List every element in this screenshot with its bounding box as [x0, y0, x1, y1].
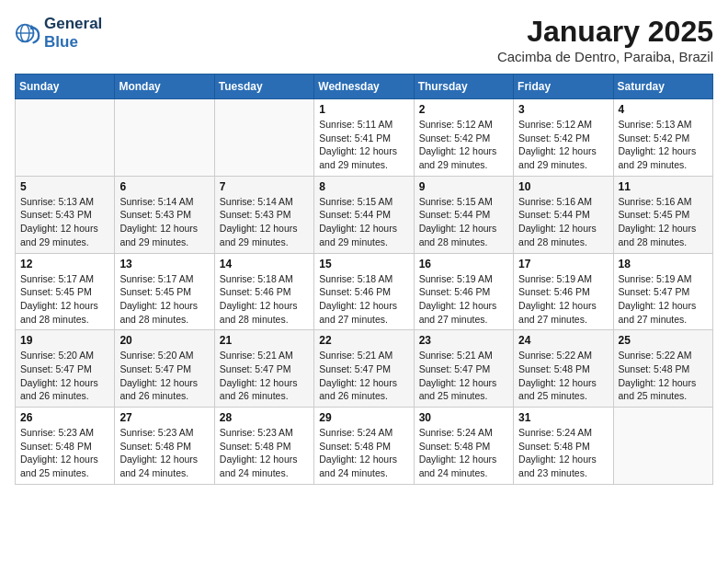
day-number: 8: [319, 180, 408, 193]
calendar-cell: 17Sunrise: 5:19 AM Sunset: 5:46 PM Dayli…: [514, 253, 613, 330]
day-info: Sunrise: 5:19 AM Sunset: 5:46 PM Dayligh…: [419, 272, 508, 327]
calendar-cell: 13Sunrise: 5:17 AM Sunset: 5:45 PM Dayli…: [115, 253, 214, 330]
day-number: 26: [20, 411, 109, 424]
day-number: 28: [220, 411, 309, 424]
location: Cacimba de Dentro, Paraiba, Brazil: [497, 49, 713, 64]
day-info: Sunrise: 5:22 AM Sunset: 5:48 PM Dayligh…: [518, 349, 608, 403]
weekday-header: Saturday: [613, 75, 712, 99]
weekday-header: Wednesday: [314, 75, 414, 99]
day-number: 5: [20, 180, 109, 193]
calendar-cell: 9Sunrise: 5:15 AM Sunset: 5:44 PM Daylig…: [414, 176, 513, 253]
day-info: Sunrise: 5:13 AM Sunset: 5:43 PM Dayligh…: [20, 195, 109, 249]
day-number: 7: [220, 180, 309, 193]
month-title: January 2025: [497, 15, 713, 49]
day-number: 15: [319, 258, 408, 270]
day-number: 21: [220, 334, 309, 347]
day-number: 31: [518, 411, 608, 424]
calendar-cell: 5Sunrise: 5:13 AM Sunset: 5:43 PM Daylig…: [16, 176, 115, 253]
calendar-cell: [16, 99, 115, 177]
day-info: Sunrise: 5:19 AM Sunset: 5:46 PM Dayligh…: [518, 272, 608, 327]
day-number: 2: [419, 103, 508, 116]
day-number: 1: [319, 103, 408, 116]
day-info: Sunrise: 5:18 AM Sunset: 5:46 PM Dayligh…: [220, 272, 309, 327]
day-number: 14: [220, 258, 309, 270]
weekday-header: Tuesday: [214, 75, 313, 99]
day-info: Sunrise: 5:20 AM Sunset: 5:47 PM Dayligh…: [119, 349, 209, 403]
calendar-cell: 16Sunrise: 5:19 AM Sunset: 5:46 PM Dayli…: [414, 253, 513, 330]
day-info: Sunrise: 5:23 AM Sunset: 5:48 PM Dayligh…: [220, 426, 309, 480]
day-number: 22: [319, 334, 408, 347]
day-info: Sunrise: 5:23 AM Sunset: 5:48 PM Dayligh…: [119, 426, 209, 480]
calendar-cell: 8Sunrise: 5:15 AM Sunset: 5:44 PM Daylig…: [314, 176, 414, 253]
day-number: 20: [119, 334, 209, 347]
day-info: Sunrise: 5:19 AM Sunset: 5:47 PM Dayligh…: [619, 272, 708, 327]
day-info: Sunrise: 5:11 AM Sunset: 5:41 PM Dayligh…: [319, 118, 408, 172]
day-info: Sunrise: 5:18 AM Sunset: 5:46 PM Dayligh…: [319, 272, 408, 327]
day-number: 4: [619, 103, 708, 116]
logo-line2: Blue: [44, 33, 102, 52]
calendar-cell: 1Sunrise: 5:11 AM Sunset: 5:41 PM Daylig…: [314, 99, 414, 177]
calendar-cell: 4Sunrise: 5:13 AM Sunset: 5:42 PM Daylig…: [613, 99, 712, 177]
day-info: Sunrise: 5:17 AM Sunset: 5:45 PM Dayligh…: [119, 272, 209, 327]
day-info: Sunrise: 5:15 AM Sunset: 5:44 PM Dayligh…: [319, 195, 408, 249]
day-number: 23: [419, 334, 508, 347]
day-info: Sunrise: 5:22 AM Sunset: 5:48 PM Dayligh…: [619, 349, 708, 403]
day-number: 27: [119, 411, 209, 424]
calendar-cell: 12Sunrise: 5:17 AM Sunset: 5:45 PM Dayli…: [16, 253, 115, 330]
calendar-cell: 3Sunrise: 5:12 AM Sunset: 5:42 PM Daylig…: [514, 99, 613, 177]
logo-icon: [15, 20, 40, 46]
calendar-cell: 15Sunrise: 5:18 AM Sunset: 5:46 PM Dayli…: [314, 253, 414, 330]
day-number: 11: [619, 180, 708, 193]
calendar-cell: 24Sunrise: 5:22 AM Sunset: 5:48 PM Dayli…: [514, 330, 613, 408]
day-info: Sunrise: 5:21 AM Sunset: 5:47 PM Dayligh…: [419, 349, 508, 403]
day-number: 18: [619, 258, 708, 270]
day-info: Sunrise: 5:24 AM Sunset: 5:48 PM Dayligh…: [319, 426, 408, 480]
calendar-cell: 7Sunrise: 5:14 AM Sunset: 5:43 PM Daylig…: [214, 176, 313, 253]
calendar-cell: 29Sunrise: 5:24 AM Sunset: 5:48 PM Dayli…: [314, 408, 414, 485]
calendar-cell: 27Sunrise: 5:23 AM Sunset: 5:48 PM Dayli…: [115, 408, 214, 485]
calendar-cell: 14Sunrise: 5:18 AM Sunset: 5:46 PM Dayli…: [214, 253, 313, 330]
day-info: Sunrise: 5:14 AM Sunset: 5:43 PM Dayligh…: [220, 195, 309, 249]
calendar-cell: [115, 99, 214, 177]
day-info: Sunrise: 5:16 AM Sunset: 5:44 PM Dayligh…: [518, 195, 608, 249]
calendar-cell: [613, 408, 712, 485]
calendar-cell: 28Sunrise: 5:23 AM Sunset: 5:48 PM Dayli…: [214, 408, 313, 485]
day-info: Sunrise: 5:21 AM Sunset: 5:47 PM Dayligh…: [319, 349, 408, 403]
day-number: 12: [20, 258, 109, 270]
logo: General Blue: [15, 15, 102, 51]
calendar-cell: 18Sunrise: 5:19 AM Sunset: 5:47 PM Dayli…: [613, 253, 712, 330]
calendar-cell: 26Sunrise: 5:23 AM Sunset: 5:48 PM Dayli…: [16, 408, 115, 485]
day-info: Sunrise: 5:24 AM Sunset: 5:48 PM Dayligh…: [419, 426, 508, 480]
day-info: Sunrise: 5:12 AM Sunset: 5:42 PM Dayligh…: [518, 118, 608, 172]
logo-text: General Blue: [44, 15, 102, 51]
weekday-header: Thursday: [414, 75, 513, 99]
weekday-header: Friday: [514, 75, 613, 99]
logo-line1: General: [44, 15, 102, 33]
day-info: Sunrise: 5:21 AM Sunset: 5:47 PM Dayligh…: [220, 349, 309, 403]
calendar-cell: 20Sunrise: 5:20 AM Sunset: 5:47 PM Dayli…: [115, 330, 214, 408]
day-number: 6: [119, 180, 209, 193]
calendar-cell: 11Sunrise: 5:16 AM Sunset: 5:45 PM Dayli…: [613, 176, 712, 253]
calendar-cell: 19Sunrise: 5:20 AM Sunset: 5:47 PM Dayli…: [16, 330, 115, 408]
day-number: 17: [518, 258, 608, 270]
day-number: 3: [518, 103, 608, 116]
weekday-header: Monday: [115, 75, 214, 99]
day-info: Sunrise: 5:14 AM Sunset: 5:43 PM Dayligh…: [119, 195, 209, 249]
calendar-cell: 21Sunrise: 5:21 AM Sunset: 5:47 PM Dayli…: [214, 330, 313, 408]
day-number: 13: [119, 258, 209, 270]
calendar-cell: 25Sunrise: 5:22 AM Sunset: 5:48 PM Dayli…: [613, 330, 712, 408]
day-info: Sunrise: 5:24 AM Sunset: 5:48 PM Dayligh…: [518, 426, 608, 480]
day-info: Sunrise: 5:16 AM Sunset: 5:45 PM Dayligh…: [619, 195, 708, 249]
calendar-table: SundayMondayTuesdayWednesdayThursdayFrid…: [15, 74, 713, 485]
calendar-cell: 6Sunrise: 5:14 AM Sunset: 5:43 PM Daylig…: [115, 176, 214, 253]
calendar-cell: 23Sunrise: 5:21 AM Sunset: 5:47 PM Dayli…: [414, 330, 513, 408]
weekday-header: Sunday: [16, 75, 115, 99]
day-number: 25: [619, 334, 708, 347]
day-number: 29: [319, 411, 408, 424]
day-number: 24: [518, 334, 608, 347]
day-info: Sunrise: 5:12 AM Sunset: 5:42 PM Dayligh…: [419, 118, 508, 172]
day-info: Sunrise: 5:23 AM Sunset: 5:48 PM Dayligh…: [20, 426, 109, 480]
calendar-cell: 10Sunrise: 5:16 AM Sunset: 5:44 PM Dayli…: [514, 176, 613, 253]
calendar-cell: [214, 99, 313, 177]
page-header: General Blue January 2025 Cacimba de Den…: [15, 15, 713, 64]
